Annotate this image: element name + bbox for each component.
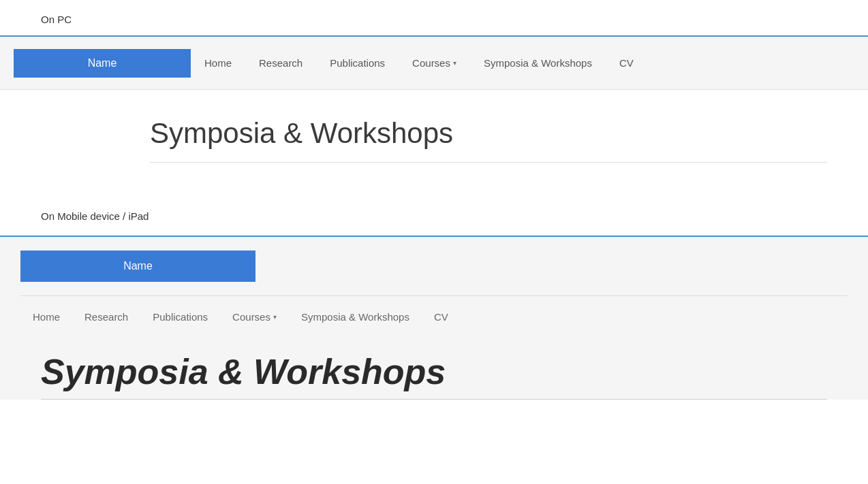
mobile-nav-publications[interactable]: Publications [140, 296, 220, 338]
mobile-nav-home[interactable]: Home [20, 296, 72, 338]
mobile-page-title: Symposia & Workshops [20, 338, 848, 399]
mobile-courses-dropdown-arrow: ▾ [273, 313, 277, 321]
pc-name-badge[interactable]: Name [14, 49, 191, 78]
pc-nav-links: Home Research Publications Courses ▾ Sym… [191, 37, 647, 89]
pc-page-title: Symposia & Workshops [150, 117, 827, 150]
mobile-name-badge[interactable]: Name [20, 251, 255, 282]
on-mobile-label: On Mobile device / iPad [0, 190, 868, 236]
mobile-nav-courses[interactable]: Courses ▾ [220, 296, 289, 338]
mobile-section: Name Home Research Publications Courses … [0, 236, 868, 400]
on-pc-label: On PC [0, 0, 868, 35]
mobile-nav-symposia[interactable]: Symposia & Workshops [289, 296, 422, 338]
mobile-title-divider [41, 399, 827, 400]
pc-navbar: Name Home Research Publications Courses … [0, 35, 868, 90]
pc-page-content: Symposia & Workshops [0, 90, 868, 190]
mobile-nav-links: Home Research Publications Courses ▾ Sym… [20, 295, 848, 338]
pc-nav-courses[interactable]: Courses ▾ [399, 37, 470, 89]
pc-nav-symposia[interactable]: Symposia & Workshops [470, 37, 606, 89]
mobile-nav-research[interactable]: Research [72, 296, 140, 338]
pc-nav-publications[interactable]: Publications [316, 37, 399, 89]
pc-nav-cv[interactable]: CV [606, 37, 647, 89]
mobile-nav-cv[interactable]: CV [422, 296, 461, 338]
pc-title-divider [150, 162, 827, 163]
pc-nav-research[interactable]: Research [245, 37, 316, 89]
pc-nav-home[interactable]: Home [191, 37, 245, 89]
courses-dropdown-arrow: ▾ [453, 59, 456, 67]
